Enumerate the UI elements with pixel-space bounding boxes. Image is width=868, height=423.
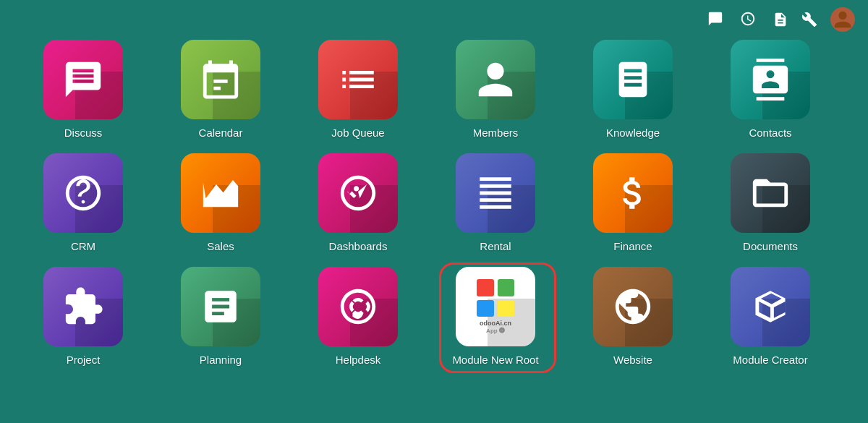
app-icon-modulenewroot: odooAi.cnApp 🅐: [456, 267, 535, 346]
app-label-knowledge: Knowledge: [606, 127, 660, 139]
app-icon-jobqueue: [318, 40, 398, 119]
app-label-discuss: Discuss: [64, 127, 103, 139]
settings-button[interactable]: [801, 12, 817, 27]
app-item-dashboards[interactable]: Dashboards: [307, 153, 409, 252]
app-label-calendar: Calendar: [199, 127, 243, 139]
avatar-button[interactable]: [830, 7, 855, 32]
app-item-helpdesk[interactable]: Helpdesk: [307, 267, 409, 366]
app-label-dashboards: Dashboards: [329, 240, 388, 252]
app-icon-helpdesk: [318, 267, 398, 346]
app-item-knowledge[interactable]: Knowledge: [582, 40, 684, 139]
app-label-contacts: Contacts: [749, 127, 791, 139]
app-item-website[interactable]: Website: [582, 267, 684, 366]
clock-icon: [740, 11, 756, 29]
app-item-modulenewroot[interactable]: odooAi.cnApp 🅐 Module New Root: [445, 267, 546, 366]
app-item-members[interactable]: Members: [445, 40, 546, 139]
chat-icon: [707, 11, 723, 29]
app-icon-dashboards: [318, 153, 398, 233]
app-icon-finance: [593, 153, 673, 233]
app-icon-modulecreator: [731, 267, 810, 346]
app-label-rental: Rental: [480, 240, 511, 252]
app-label-modulenewroot: Module New Root: [452, 354, 538, 366]
app-item-finance[interactable]: Finance: [582, 153, 684, 252]
app-label-website: Website: [613, 354, 652, 366]
app-icon-discuss: [43, 40, 123, 119]
app-icon-knowledge: [593, 40, 673, 119]
app-label-jobqueue: Job Queue: [331, 127, 384, 139]
app-item-planning[interactable]: Planning: [170, 267, 271, 366]
app-label-helpdesk: Helpdesk: [336, 354, 381, 366]
app-label-sales: Sales: [207, 240, 234, 252]
app-item-jobqueue[interactable]: Job Queue: [307, 40, 409, 139]
app-item-modulecreator[interactable]: Module Creator: [720, 267, 821, 366]
app-icon-crm: [43, 153, 123, 233]
apps-grid: Discuss Calendar Job Queue Members Knowl…: [0, 0, 868, 380]
app-icon-project: [43, 267, 123, 346]
app-label-crm: CRM: [71, 240, 95, 252]
app-icon-documents: [731, 153, 810, 233]
app-item-rental[interactable]: Rental: [445, 153, 546, 252]
app-icon-contacts: [731, 40, 810, 119]
app-item-documents[interactable]: Documents: [720, 153, 821, 252]
app-item-sales[interactable]: Sales: [170, 153, 271, 252]
app-label-finance: Finance: [613, 240, 652, 252]
app-icon-rental: [456, 153, 535, 233]
app-label-project: Project: [67, 354, 101, 366]
app-label-planning: Planning: [200, 354, 242, 366]
app-item-calendar[interactable]: Calendar: [170, 40, 271, 139]
app-item-project[interactable]: Project: [33, 267, 134, 366]
app-icon-members: [456, 40, 535, 119]
document-button[interactable]: [773, 12, 788, 27]
app-label-documents: Documents: [743, 240, 798, 252]
app-icon-calendar: [181, 40, 260, 119]
user-avatar: [830, 7, 855, 32]
app-icon-sales: [181, 153, 260, 233]
messages-button[interactable]: [707, 11, 727, 29]
app-icon-website: [593, 267, 673, 346]
app-item-contacts[interactable]: Contacts: [720, 40, 821, 139]
clock-button[interactable]: [740, 11, 760, 29]
app-icon-planning: [181, 267, 260, 346]
app-item-crm[interactable]: CRM: [33, 153, 134, 252]
topbar: [694, 0, 868, 39]
app-item-discuss[interactable]: Discuss: [33, 40, 134, 139]
app-label-members: Members: [473, 127, 519, 139]
app-label-modulecreator: Module Creator: [733, 354, 807, 366]
